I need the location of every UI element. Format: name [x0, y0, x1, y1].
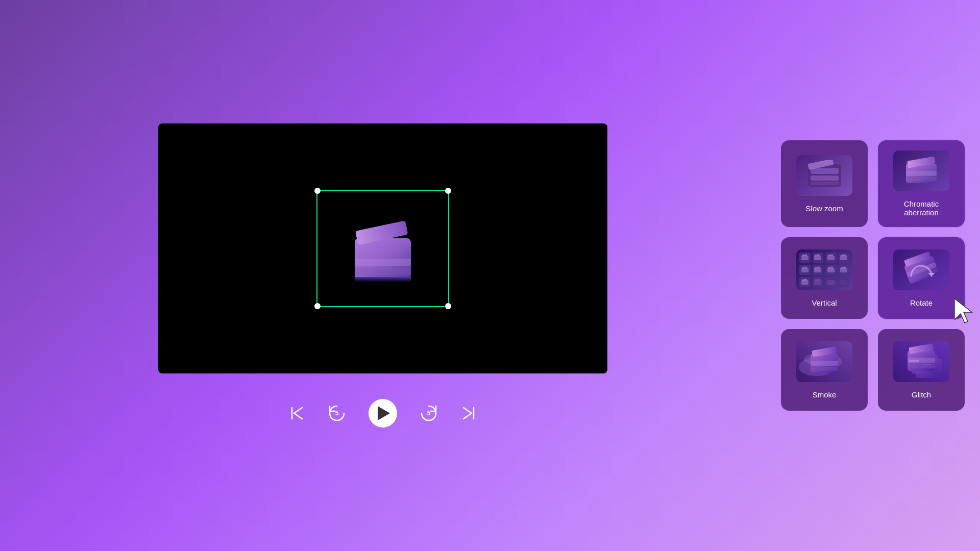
svg-rect-18 — [906, 177, 937, 181]
vertical-label: Vertical — [812, 298, 837, 307]
svg-rect-61 — [908, 364, 935, 368]
svg-rect-12 — [811, 168, 839, 174]
smoke-thumbnail — [796, 341, 852, 382]
v-cell-2 — [813, 253, 824, 263]
chroma-main-layer — [903, 157, 939, 185]
v-cell-6 — [813, 265, 824, 275]
v-cell-9 — [799, 277, 811, 287]
selection-handle-tr[interactable] — [445, 188, 451, 194]
forward-button[interactable]: 5 — [418, 402, 440, 424]
skip-to-start-button[interactable] — [289, 405, 305, 421]
effect-chromatic-aberration[interactable]: Chromatic aberration — [878, 140, 965, 227]
v-cell-1 — [799, 253, 811, 263]
left-panel: 5 5 — [0, 0, 766, 551]
chromatic-aberration-label: Chromatic aberration — [888, 199, 954, 217]
svg-rect-63 — [909, 360, 919, 362]
effect-slow-zoom[interactable]: Slow zoom — [781, 140, 868, 227]
slow-zoom-label: Slow zoom — [805, 204, 843, 213]
rotate-thumbnail — [893, 249, 949, 290]
v-cell-11 — [825, 277, 837, 287]
svg-rect-11 — [811, 182, 839, 185]
svg-rect-17 — [906, 171, 937, 176]
video-preview — [158, 123, 607, 373]
v-cell-10 — [813, 277, 824, 287]
effect-glitch[interactable]: Glitch — [878, 329, 965, 411]
v-cell-4 — [839, 253, 850, 263]
effect-vertical[interactable]: Vertical — [781, 237, 868, 319]
playback-controls: 5 5 — [289, 399, 477, 428]
glitch-thumbnail — [893, 341, 949, 382]
skip-end-icon — [460, 405, 477, 421]
rotate-label: Rotate — [910, 298, 933, 307]
slow-zoom-thumbnail — [796, 155, 852, 196]
chromatic-thumbnail — [893, 151, 949, 191]
skip-start-icon — [289, 405, 305, 421]
skip-to-end-button[interactable] — [460, 405, 477, 421]
effects-grid: Slow zoom — [781, 140, 965, 411]
selection-handle-bl[interactable] — [314, 303, 321, 309]
selection-box — [316, 190, 449, 307]
effect-smoke[interactable]: Smoke — [781, 329, 868, 411]
svg-text:5: 5 — [335, 410, 339, 417]
play-button[interactable] — [369, 399, 397, 428]
selection-handle-br[interactable] — [445, 303, 451, 309]
smoke-graphic — [796, 341, 852, 382]
rewind-button[interactable]: 5 — [326, 402, 348, 424]
vertical-thumbnail — [796, 249, 852, 290]
rewind-icon: 5 — [326, 402, 348, 424]
svg-rect-40 — [827, 280, 835, 285]
cursor-icon — [954, 298, 975, 324]
svg-marker-47 — [954, 298, 972, 323]
smoke-label: Smoke — [813, 390, 837, 399]
v-cell-12 — [839, 277, 850, 287]
v-cell-7 — [825, 265, 837, 275]
svg-text:5: 5 — [427, 410, 431, 417]
play-icon — [378, 406, 390, 420]
slow-zoom-graphic — [805, 160, 844, 191]
svg-rect-53 — [811, 361, 838, 366]
svg-rect-54 — [811, 367, 838, 371]
v-cell-5 — [799, 265, 811, 275]
v-cell-3 — [825, 253, 837, 263]
effects-panel: Slow zoom — [766, 0, 980, 551]
svg-rect-64 — [923, 364, 930, 365]
rotate-graphic — [898, 251, 944, 289]
glitch-label: Glitch — [912, 390, 931, 399]
svg-rect-41 — [840, 280, 847, 285]
glitch-graphic — [893, 341, 949, 382]
forward-icon: 5 — [418, 402, 440, 424]
selection-handle-tl[interactable] — [314, 188, 321, 194]
v-cell-8 — [839, 265, 850, 275]
svg-rect-10 — [811, 176, 839, 181]
effect-rotate[interactable]: Rotate — [878, 237, 965, 319]
